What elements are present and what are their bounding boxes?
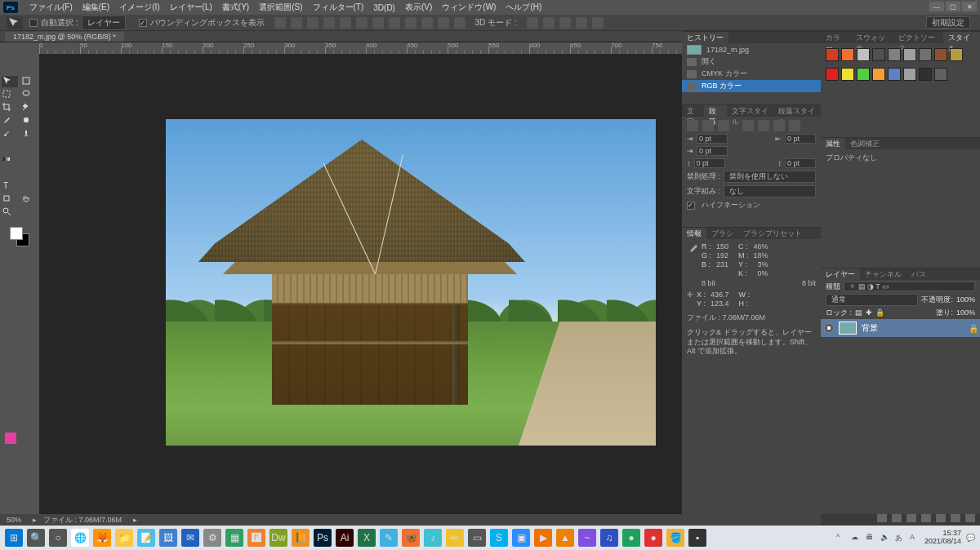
new-layer-icon[interactable] [951,514,960,522]
kumi-combo[interactable]: なし [724,185,816,197]
lock-pixels-icon[interactable]: ▤ [855,308,862,317]
channels-tab[interactable]: チャンネル [860,268,906,280]
character-tab[interactable]: 文字 [682,105,704,117]
style-swatch[interactable] [841,48,854,61]
layer-filter-combo[interactable]: ✧ ▤ ◑ T ▭ [844,282,975,291]
align-icon[interactable] [405,17,416,29]
menu-filter[interactable]: フィルター(T) [308,0,369,15]
taskbar-app-icon[interactable]: 🅿 [247,529,265,547]
history-item[interactable]: RGB カラー [682,80,821,92]
kinsoku-combo[interactable]: 禁則を使用しない [724,171,816,183]
layer-row[interactable]: 背景 🔒 [821,319,980,337]
fill-value[interactable]: 100% [956,308,975,317]
tray-icon[interactable]: 🖶 [866,533,875,543]
style-swatch[interactable] [826,68,839,81]
zoom-tool-icon[interactable] [2,206,18,218]
taskbar-app-icon[interactable]: ○ [49,529,67,547]
menu-edit[interactable]: 編集(E) [78,0,114,15]
3d-icon[interactable] [576,17,587,29]
taskbar-app-icon[interactable]: ▦ [225,529,243,547]
move-tool-icon[interactable] [2,76,18,87]
adjustment-layer-icon[interactable] [921,514,931,522]
taskbar-app-icon[interactable]: ● [644,529,662,547]
layer-thumbnail[interactable] [839,322,857,335]
style-swatch[interactable] [872,48,885,61]
style-swatch[interactable] [903,48,916,61]
taskbar-app-icon[interactable]: Ps [314,529,332,547]
bounding-box-checkbox[interactable] [139,19,147,27]
color-tab[interactable]: カラー [821,32,851,43]
path-select-tool-icon[interactable] [21,180,38,192]
current-tool-icon[interactable] [7,16,23,29]
align-icon[interactable] [438,17,449,29]
brush-tab[interactable]: ブラシ [706,228,738,239]
menu-layer[interactable]: レイヤー(L) [165,0,217,15]
taskbar-app-icon[interactable]: ▭ [468,529,486,547]
taskbar-app-icon[interactable]: ~ [578,529,596,547]
adjustments-tab[interactable]: 色調補正 [845,138,884,149]
space-after-input[interactable] [785,158,816,168]
history-tab[interactable]: ヒストリー [682,32,728,43]
tray-icon[interactable]: ^ [836,533,846,543]
align-icon[interactable] [291,17,302,29]
tray-icon[interactable]: 🔈 [880,533,890,543]
align-icon[interactable] [307,17,318,29]
menu-view[interactable]: 表示(V) [400,0,437,15]
taskbar-app-icon[interactable]: ▲ [556,529,574,547]
style-swatch[interactable] [857,48,870,61]
style-swatch[interactable] [934,68,947,81]
menu-select[interactable]: 選択範囲(S) [254,0,307,15]
align-icon[interactable] [274,17,286,29]
notification-icon[interactable]: 💬 [966,534,975,542]
taskbar-app-icon[interactable]: ▶ [534,529,552,547]
align-icon[interactable] [421,17,433,29]
align-right-icon[interactable] [718,120,729,131]
style-swatch[interactable] [919,48,932,61]
taskbar-app-icon[interactable]: ● [622,529,640,547]
group-icon[interactable] [936,514,946,522]
align-icon[interactable] [454,17,466,29]
taskbar-app-icon[interactable]: S [490,529,508,547]
menu-window[interactable]: ウィンドウ(W) [437,0,501,15]
hyphenation-checkbox[interactable] [687,202,695,210]
lock-all-icon[interactable]: 🔒 [875,308,884,317]
align-icon[interactable] [356,17,368,29]
document-canvas[interactable] [166,119,656,446]
para-style-tab[interactable]: 段落スタイル [773,105,821,117]
style-swatch[interactable] [826,48,839,61]
dodge-tool-icon[interactable] [2,167,18,179]
auto-select-combo[interactable]: レイヤー [82,16,126,30]
tray-icon[interactable]: ☁ [851,533,861,543]
styles-tab[interactable]: スタイル [943,32,980,43]
3d-icon[interactable] [527,17,538,29]
maximize-button[interactable]: ▢ [946,2,960,11]
taskbar-app-icon[interactable]: 🌐 [71,529,89,547]
menu-type[interactable]: 書式(Y) [217,0,254,15]
info-tab[interactable]: 情報 [682,228,706,239]
align-icon[interactable] [389,17,400,29]
taskbar-app-icon[interactable]: ▣ [512,529,530,547]
brush-tool-icon[interactable] [2,128,18,140]
menu-3d[interactable]: 3D(D) [368,2,400,14]
taskbar-app-icon[interactable]: ♫ [600,529,618,547]
taskbar-app-icon[interactable]: Dw [270,529,287,547]
clone-source-tab[interactable]: ピクトソース [893,32,943,43]
style-swatch[interactable] [888,68,901,81]
taskbar-app-icon[interactable]: ⊞ [5,529,23,547]
foreground-color[interactable] [10,227,23,240]
artboard-tool-icon[interactable] [21,76,38,87]
paths-tab[interactable]: パス [906,268,931,280]
marquee-tool-icon[interactable] [2,89,18,100]
canvas-area[interactable] [39,54,682,526]
justify-all-icon[interactable] [789,120,800,131]
taskbar-app-icon[interactable]: 🖼 [159,529,177,547]
layers-tab[interactable]: レイヤー [821,268,860,280]
minimize-button[interactable]: — [929,2,944,11]
shape-tool-icon[interactable] [2,193,18,205]
eyedropper-tool-icon[interactable] [2,115,18,126]
taskbar-app-icon[interactable]: ✏ [446,529,464,547]
crop-tool-icon[interactable] [2,102,18,113]
stamp-tool-icon[interactable] [21,128,38,140]
blur-tool-icon[interactable] [21,154,38,166]
menu-file[interactable]: ファイル(F) [24,0,78,15]
